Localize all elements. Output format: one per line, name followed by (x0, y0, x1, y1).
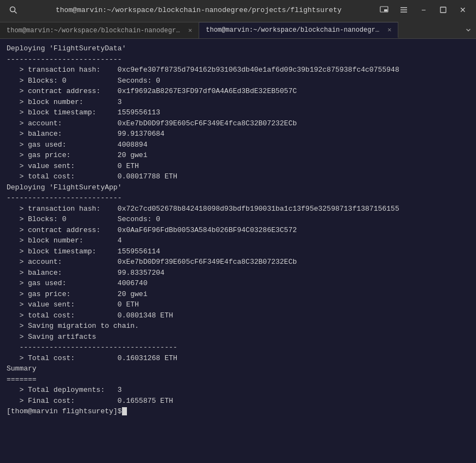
svg-line-1 (15, 11, 17, 14)
terminal-line: > transaction hash: 0xc9efe307f8735d7941… (7, 65, 469, 76)
menu-button[interactable] (396, 2, 411, 18)
terminal-line: > block timestamp: 1559556114 (7, 246, 469, 257)
terminal-line: > balance: 99.91370684 (7, 129, 469, 140)
picture-in-picture-button[interactable] (376, 2, 392, 18)
minimize-button[interactable]: − (416, 2, 431, 18)
terminal-prompt: [thom@marvin flightsurety]$ (7, 406, 122, 417)
close-icon: ✕ (460, 5, 466, 14)
terminal-line: > gas price: 20 gwei (7, 150, 469, 161)
terminal-line: > Blocks: 0 Seconds: 0 (7, 76, 469, 86)
terminal-line: > account: 0xEe7bD0D9f39E605cF6F349E4fca… (7, 118, 469, 129)
terminal-line: > contract address: 0x1f9692aB8267E3FD97… (7, 86, 469, 97)
tab-1-label: thom@marvin:~/workspace/blockchain-nanod… (7, 27, 182, 34)
search-button[interactable] (5, 2, 21, 18)
terminal-line: > balance: 99.83357204 (7, 268, 469, 279)
terminal-line: --------------------------- (7, 54, 469, 65)
terminal-line: Summary (7, 363, 469, 374)
tab-2-close[interactable]: ✕ (387, 26, 391, 34)
terminal-line: Deploying 'FlightSuretyData' (7, 43, 469, 54)
terminal-window: thom@marvin:~/workspace/blockchain-nanod… (0, 0, 476, 463)
terminal-line: > Total cost: 0.16031268 ETH (7, 353, 469, 364)
terminal-line: > gas used: 4006740 (7, 278, 469, 289)
terminal-line: > value sent: 0 ETH (7, 299, 469, 310)
terminal-line: ------------------------------------- (7, 342, 469, 353)
terminal-line: > gas price: 20 gwei (7, 289, 469, 300)
terminal-output[interactable]: Deploying 'FlightSuretyData'------------… (0, 39, 476, 463)
terminal-line: > transaction hash: 0x72c7cd052678b84241… (7, 204, 469, 215)
terminal-line: > Final cost: 0.1655875 ETH (7, 396, 469, 407)
terminal-cursor (122, 407, 127, 415)
minimize-icon: − (421, 5, 426, 14)
title-bar-left (5, 2, 21, 18)
terminal-line: > block timestamp: 1559556113 (7, 107, 469, 118)
title-bar: thom@marvin:~/workspace/blockchain-nanod… (0, 0, 476, 20)
tab-1[interactable]: thom@marvin:~/workspace/blockchain-nanod… (0, 22, 199, 38)
terminal-line: ======= (7, 374, 469, 385)
terminal-line: > block number: 3 (7, 97, 469, 108)
tab-dropdown-button[interactable] (461, 22, 476, 38)
terminal-line: --------------------------- (7, 193, 469, 204)
terminal-line: > Saving migration to chain. (7, 321, 469, 332)
terminal-line: > contract address: 0x0AaF6F96FdBb0053A5… (7, 225, 469, 236)
terminal-prompt-line: [thom@marvin flightsurety]$ (7, 406, 469, 417)
svg-rect-3 (384, 9, 387, 11)
terminal-line: > Total deployments: 3 (7, 385, 469, 396)
tab-bar: thom@marvin:~/workspace/blockchain-nanod… (0, 20, 476, 39)
window-title: thom@marvin:~/workspace/blockchain-nanod… (21, 6, 376, 14)
tab-1-close[interactable]: ✕ (188, 26, 192, 34)
terminal-line: > value sent: 0 ETH (7, 161, 469, 172)
tab-2-label: thom@marvin:~/workspace/blockchain-nanod… (206, 26, 381, 34)
terminal-line: > account: 0xEe7bD0D9f39E605cF6F349E4fca… (7, 257, 469, 268)
close-button[interactable]: ✕ (455, 2, 471, 18)
svg-rect-7 (440, 7, 446, 13)
terminal-line: Deploying 'FlightSuretyApp' (7, 182, 469, 193)
terminal-line: > Saving artifacts (7, 332, 469, 343)
restore-button[interactable] (436, 2, 451, 18)
tab-2[interactable]: thom@marvin:~/workspace/blockchain-nanod… (199, 22, 398, 38)
terminal-line: > gas used: 4008894 (7, 140, 469, 151)
terminal-line: > block number: 4 (7, 235, 469, 246)
window-controls: − ✕ (376, 2, 471, 18)
terminal-line: > total cost: 0.08017788 ETH (7, 171, 469, 182)
terminal-line: > Blocks: 0 Seconds: 0 (7, 214, 469, 225)
terminal-line: > total cost: 0.0801348 ETH (7, 310, 469, 321)
